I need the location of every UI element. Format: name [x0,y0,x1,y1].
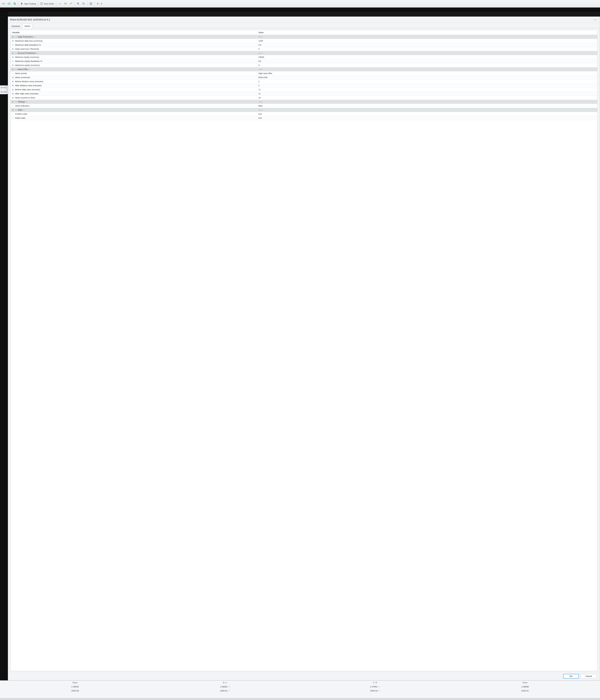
clear-tp-icon[interactable]: ✕ [379,690,380,692]
status-bar [0,698,600,700]
zoom-out-button[interactable] [81,1,87,6]
input-row[interactable]: ab--- Daily Protections --------- [10,35,597,39]
input-variable-name: News records to show [15,97,35,99]
input-value[interactable]: 9.5 [258,60,261,62]
ok-button[interactable]: OK [563,674,579,678]
input-value[interactable]: EUR,USD [258,76,267,78]
input-row[interactable]: 01Maximum daily loss (currency)1200 [10,39,597,43]
type-chip-ab: ab [11,109,14,111]
col-sl[interactable]: S / L [150,681,300,684]
trade-tp: 2354.54 ✕ [300,690,450,692]
broadcast-icon [2,2,5,5]
type-chip-ab: ab [11,36,14,38]
layout-grid-button[interactable] [88,1,94,6]
input-value[interactable]: ------ [258,101,262,103]
globe-add-button[interactable] [12,1,17,6]
input-row[interactable]: ✓Position statstrue [10,112,597,116]
chart-tab[interactable]: SD M15 [0,90,8,94]
input-value[interactable]: false [258,105,263,107]
dialog-title: Robot EURUSD M15 1625325110 6.1 [10,18,50,21]
input-value[interactable]: 1200 [258,40,263,42]
input-row[interactable]: ab--- Account Protections --------- [10,51,597,55]
chart-tab[interactable]: SD M15 [0,85,8,90]
input-value[interactable]: ------ [258,68,262,70]
trade-row[interactable]: 2330.382306.61 ✕2354.54 ✕2329.91 [0,689,600,693]
input-value[interactable]: ------ [258,52,262,54]
ea-inputs-dialog: Robot EURUSD M15 1625325110 6.1 — Common… [8,17,600,680]
shift-end-button[interactable] [95,1,101,6]
input-row[interactable]: ✓Show indicatorsfalse [10,104,597,108]
input-row[interactable]: ab--- News Filter --------- [10,67,597,71]
trade-panel-header: Price S / L T / P Price [0,680,600,684]
trade-row[interactable]: 1.069331.06081 ✕1.07861 ✕1.06806 [0,684,600,689]
type-chip-int: 01 [11,80,14,82]
tab-inputs[interactable]: Inputs [22,24,32,28]
input-value[interactable]: 4.5 [258,44,261,46]
minimize-button[interactable]: — [593,18,598,21]
cloud-upload-button[interactable] [6,1,12,6]
clear-sl-icon[interactable]: ✕ [229,685,230,688]
input-row[interactable]: 01Maximum equity (currency)0 [10,63,597,67]
col-tp[interactable]: T / P [300,681,450,684]
input-row[interactable]: 01Daily reset hour (Terminal)0 [10,47,597,51]
input-variable-name: Minimum equity (currency) [15,56,39,58]
input-value[interactable]: 23000 [258,56,264,58]
col-price[interactable]: Price [0,681,150,684]
input-variable-name: Maximum daily loss (currency) [15,40,43,42]
grid-icon [89,2,92,5]
input-value[interactable]: true [258,117,262,119]
input-row[interactable]: ½Maximum equity drawdown %9.5 [10,59,597,63]
input-value[interactable]: 11 [258,93,261,95]
input-row[interactable]: 01After High news (minutes)11 [10,92,597,96]
input-value[interactable]: 2 [258,80,260,82]
tab-common[interactable]: Common [9,24,22,28]
input-value[interactable]: true [258,113,262,115]
toolbar-separator [87,1,88,6]
input-row[interactable]: 01After Medium news (minutes)2 [10,83,597,88]
type-chip-ab: ab [11,76,14,78]
input-value[interactable]: 2 [258,84,260,87]
input-value[interactable]: 0 [258,64,260,66]
input-value[interactable]: ------ [258,109,262,111]
type-chip-int: 01 [11,64,14,66]
input-value[interactable]: 10 [258,97,261,99]
grid-scroll[interactable]: ab--- Daily Protections ---------01Maxim… [10,35,597,671]
broadcast-button[interactable] [1,1,6,6]
input-row[interactable]: 01Minimum equity (currency)23000 [10,55,597,59]
input-value[interactable]: 0 [258,48,260,50]
input-row[interactable]: 01News records to show10 [10,96,597,100]
input-row[interactable]: 01Before High news (minutes)11 [10,88,597,92]
col-price2[interactable]: Price [450,681,600,684]
dialog-titlebar[interactable]: Robot EURUSD M15 1625325110 6.1 — [8,17,600,23]
input-row[interactable]: ≡News priorityHigh news filter [10,71,597,75]
toolbar-separator [74,1,75,6]
trade-price2: 2329.91 [450,690,600,692]
input-value[interactable]: High news filter [258,72,272,74]
input-row[interactable]: ab--- Settings --------- [10,100,597,104]
input-variable-name: Daily reset hour (Terminal) [15,48,39,50]
play-icon [20,2,23,5]
input-row[interactable]: ab--- Stats --------- [10,108,597,112]
clear-sl-icon[interactable]: ✕ [229,690,230,692]
input-row[interactable]: abNews currenciesEUR,USD [10,75,597,79]
input-variable-name: Before Medium news (minutes) [15,80,43,82]
input-variable-name: --- Settings --- [15,101,28,103]
input-row[interactable]: ✓Robot statstrue [10,116,597,120]
clear-tp-icon[interactable]: ✕ [379,685,380,688]
col-value-header[interactable]: Value [257,30,597,35]
input-value[interactable]: 11 [258,89,261,91]
input-row[interactable]: 01Before Medium news (minutes)2 [10,79,597,83]
shift-end-button-2[interactable] [101,1,103,6]
new-order-button[interactable]: New Order [39,1,55,6]
col-variable-header[interactable]: Variable [10,30,257,35]
chart-line-button[interactable] [68,1,74,6]
input-row[interactable]: ½Maximum daily drawdown %4.5 [10,43,597,47]
candles-pause-button[interactable] [63,1,68,6]
zoom-in-button[interactable] [75,1,81,6]
candles-step-button[interactable] [57,1,63,6]
svg-rect-2 [41,3,42,5]
input-value[interactable]: ------ [258,36,262,38]
algo-trading-button[interactable]: Algo Trading [19,1,37,6]
cancel-button[interactable]: Cancel [581,674,597,678]
input-variable-name: Show indicators [15,105,29,107]
